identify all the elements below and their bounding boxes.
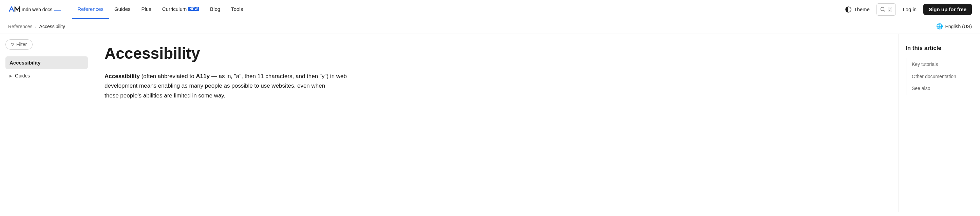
login-button[interactable]: Log in <box>900 5 919 14</box>
search-button[interactable]: / <box>877 3 896 16</box>
logo-link[interactable]: mdn web docs <box>8 5 61 14</box>
sidebar-item-guides[interactable]: ▶ Guides <box>5 70 88 81</box>
breadcrumb: References › Accessibility <box>8 24 65 29</box>
theme-icon <box>845 6 852 13</box>
right-sidebar: In this article Key tutorials Other docu… <box>899 34 980 212</box>
intro-paragraph: Accessibility (often abbreviated to A11y… <box>105 72 377 101</box>
signup-button[interactable]: Sign up for free <box>923 4 972 15</box>
nav-curriculum[interactable]: Curriculum NEW <box>157 0 205 19</box>
breadcrumb-references[interactable]: References <box>8 24 33 29</box>
logo-text: mdn web docs <box>22 7 52 12</box>
intro-bold-a11y: A11y <box>196 73 210 80</box>
toc-item-see-also[interactable]: See also <box>912 83 973 95</box>
page-title: Accessibility <box>105 45 377 62</box>
search-icon <box>880 7 886 12</box>
chevron-right-icon: ▶ <box>10 74 12 78</box>
nav-right: Theme / Log in Sign up for free <box>842 3 972 16</box>
nav-references[interactable]: References <box>72 0 109 19</box>
main-content: Accessibility Accessibility (often abbre… <box>88 34 394 212</box>
sidebar-section-title[interactable]: Accessibility <box>5 56 88 69</box>
breadcrumb-separator: › <box>35 24 37 29</box>
theme-label: Theme <box>854 6 870 12</box>
toc-list: Key tutorials Other documentation See al… <box>906 58 973 95</box>
filter-label: Filter <box>16 42 27 47</box>
filter-button[interactable]: ▽ Filter <box>5 39 33 50</box>
language-button[interactable]: 🌐 English (US) <box>936 23 972 30</box>
nav-plus[interactable]: Plus <box>136 0 157 19</box>
language-label: English (US) <box>945 24 972 29</box>
nav-blog[interactable]: Blog <box>205 0 226 19</box>
breadcrumb-bar: References › Accessibility 🌐 English (US… <box>0 19 980 34</box>
intro-text-part1: (often abbreviated to <box>140 73 196 80</box>
left-sidebar: ▽ Filter Accessibility ▶ Guides <box>0 34 88 212</box>
toc-item-other-documentation[interactable]: Other documentation <box>912 70 973 83</box>
logo-icon <box>8 5 21 14</box>
nav-tools[interactable]: Tools <box>226 0 248 19</box>
new-badge: NEW <box>188 7 199 11</box>
logo-underline <box>54 10 61 11</box>
intro-text-part3: these people's abilities are limited in … <box>105 92 225 99</box>
globe-icon: 🌐 <box>936 23 943 30</box>
sidebar-item-label: Guides <box>15 73 30 78</box>
nav-links: References Guides Plus Curriculum NEW Bl… <box>72 0 842 19</box>
filter-icon: ▽ <box>11 42 14 47</box>
breadcrumb-current: Accessibility <box>39 24 65 29</box>
toc-title: In this article <box>906 45 973 52</box>
search-shortcut: / <box>888 7 892 12</box>
top-nav: mdn web docs References Guides Plus Curr… <box>0 0 980 19</box>
nav-guides[interactable]: Guides <box>109 0 136 19</box>
main-layout: ▽ Filter Accessibility ▶ Guides Accessib… <box>0 34 980 212</box>
intro-bold-accessibility: Accessibility <box>105 73 140 80</box>
theme-button[interactable]: Theme <box>842 5 872 14</box>
toc-item-key-tutorials[interactable]: Key tutorials <box>912 58 973 70</box>
